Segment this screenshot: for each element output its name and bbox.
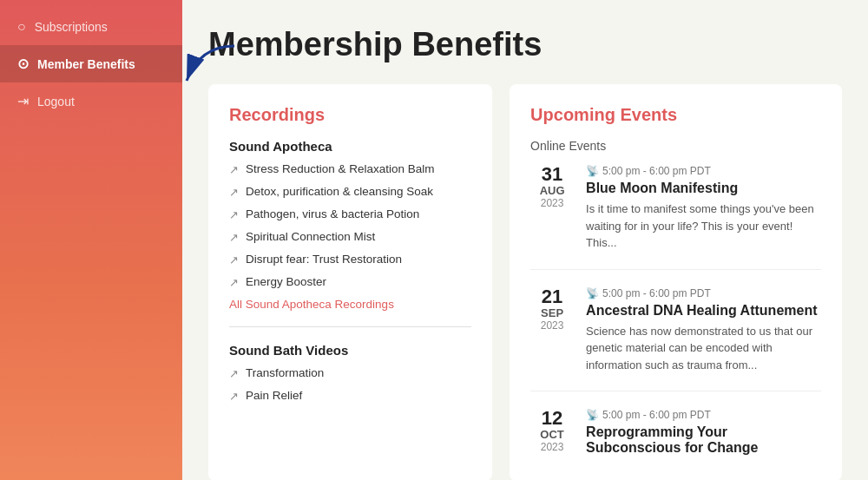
subscriptions-icon: ○	[17, 19, 26, 35]
event-year: 2023	[530, 197, 574, 209]
event-time: 📡 5:00 pm - 6:00 pm PDT	[586, 165, 821, 177]
list-item[interactable]: ↗ Disrupt fear: Trust Restoration	[229, 253, 471, 266]
page-title: Membership Benefits	[208, 26, 842, 63]
event-day: 21	[530, 287, 574, 306]
event-item: 21 SEP 2023 📡 5:00 pm - 6:00 pm PDT Ance…	[530, 287, 821, 392]
member-benefits-icon: ⊙	[17, 56, 29, 72]
event-description: Is it time to manifest some things you'v…	[586, 201, 821, 252]
event-date: 21 SEP 2023	[530, 287, 574, 374]
event-item: 12 OCT 2023 📡 5:00 pm - 6:00 pm PDT Repr…	[530, 409, 821, 460]
online-events-label: Online Events	[530, 139, 821, 153]
external-link-icon: ↗	[229, 208, 239, 221]
list-item[interactable]: ↗ Detox, purification & cleansing Soak	[229, 185, 471, 199]
event-item: 31 AUG 2023 📡 5:00 pm - 6:00 pm PDT Blue…	[530, 165, 821, 270]
event-time: 📡 5:00 pm - 6:00 pm PDT	[586, 409, 821, 421]
list-item[interactable]: ↗ Pain Relief	[229, 389, 471, 403]
event-time: 📡 5:00 pm - 6:00 pm PDT	[586, 287, 821, 299]
sidebar-item-label: Member Benefits	[37, 57, 135, 71]
recordings-card: Recordings Sound Apotheca ↗ Stress Reduc…	[208, 84, 492, 480]
external-link-icon: ↗	[229, 163, 239, 176]
sidebar-item-member-benefits[interactable]: ⊙ Member Benefits	[0, 45, 182, 82]
event-details: 📡 5:00 pm - 6:00 pm PDT Blue Moon Manife…	[586, 165, 821, 252]
sound-apotheca-subtitle: Sound Apotheca	[229, 139, 471, 154]
event-title[interactable]: Ancestral DNA Healing Attunement	[586, 303, 821, 319]
external-link-icon: ↗	[229, 367, 239, 380]
sound-bath-subtitle: Sound Bath Videos	[229, 343, 471, 358]
list-item[interactable]: ↗ Pathogen, virus & bacteria Potion	[229, 207, 471, 221]
sidebar-item-subscriptions[interactable]: ○ Subscriptions	[0, 9, 182, 45]
sidebar-item-label: Logout	[37, 95, 75, 108]
sidebar: ○ Subscriptions ⊙ Member Benefits ⇥ Logo…	[0, 0, 182, 480]
broadcast-icon: 📡	[586, 165, 599, 177]
list-item[interactable]: ↗ Spiritual Connection Mist	[229, 230, 471, 244]
event-year: 2023	[530, 319, 574, 332]
recordings-card-title: Recordings	[229, 105, 471, 125]
event-month: AUG	[530, 184, 574, 197]
external-link-icon: ↗	[229, 231, 239, 244]
events-card-title: Upcoming Events	[530, 105, 821, 125]
event-title[interactable]: Reprogramming Your Subconscious for Chan…	[586, 424, 821, 456]
divider	[229, 326, 471, 327]
list-item[interactable]: ↗ Energy Booster	[229, 275, 471, 289]
event-date: 31 AUG 2023	[530, 165, 574, 252]
event-details: 📡 5:00 pm - 6:00 pm PDT Ancestral DNA He…	[586, 287, 821, 374]
cards-container: Recordings Sound Apotheca ↗ Stress Reduc…	[208, 84, 842, 480]
external-link-icon: ↗	[229, 390, 239, 403]
sidebar-item-logout[interactable]: ⇥ Logout	[0, 82, 182, 120]
external-link-icon: ↗	[229, 186, 239, 199]
external-link-icon: ↗	[229, 276, 239, 289]
all-recordings-link[interactable]: All Sound Apotheca Recordings	[229, 298, 471, 311]
event-year: 2023	[530, 441, 574, 453]
event-details: 📡 5:00 pm - 6:00 pm PDT Reprogramming Yo…	[586, 409, 821, 460]
event-month: OCT	[530, 428, 574, 441]
main-content: Membership Benefits Recordings Sound Apo…	[182, 0, 868, 480]
list-item[interactable]: ↗ Stress Reduction & Relaxation Balm	[229, 162, 471, 176]
logout-icon: ⇥	[17, 93, 29, 109]
event-title[interactable]: Blue Moon Manifesting	[586, 181, 821, 196]
external-link-icon: ↗	[229, 253, 239, 266]
event-day: 31	[530, 165, 574, 184]
event-description: Science has now demonstrated to us that …	[586, 323, 821, 374]
sidebar-item-label: Subscriptions	[35, 20, 108, 34]
list-item[interactable]: ↗ Transformation	[229, 366, 471, 380]
broadcast-icon: 📡	[586, 287, 599, 299]
event-month: SEP	[530, 306, 574, 319]
event-day: 12	[530, 409, 574, 428]
events-card: Upcoming Events Online Events 31 AUG 202…	[510, 84, 842, 480]
broadcast-icon: 📡	[586, 409, 599, 421]
event-date: 12 OCT 2023	[530, 409, 574, 460]
